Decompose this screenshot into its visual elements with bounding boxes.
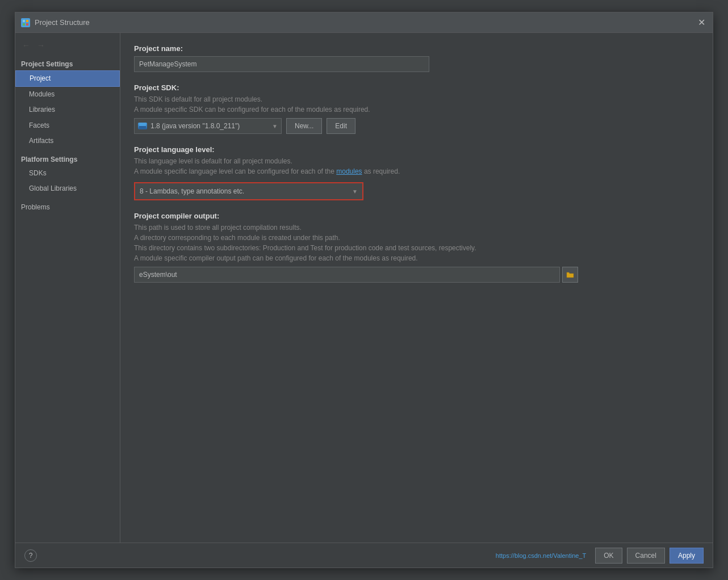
sidebar-item-artifacts[interactable]: Artifacts bbox=[15, 133, 120, 149]
footer-url: https://blog.csdn.net/Valentine_T bbox=[37, 552, 591, 559]
sdk-dropdown[interactable]: 1.8 (java version "1.8.0_211") ▼ bbox=[134, 118, 282, 134]
project-language-desc2: A module specific language level can be … bbox=[134, 167, 699, 175]
apply-button[interactable]: Apply bbox=[670, 548, 704, 564]
sidebar-item-problems[interactable]: Problems bbox=[15, 201, 120, 213]
sidebar-item-sdks[interactable]: SDKs bbox=[15, 166, 120, 181]
sdk-new-button[interactable]: New... bbox=[286, 118, 322, 134]
dialog-body: ← → Project Settings Project Modules Lib… bbox=[15, 33, 713, 543]
svg-rect-0 bbox=[23, 20, 25, 22]
project-compiler-desc3: This directory contains two subdirectori… bbox=[134, 244, 699, 252]
sidebar-item-global-libraries-label: Global Libraries bbox=[29, 184, 77, 192]
project-sdk-desc2: A module specific SDK can be configured … bbox=[134, 106, 699, 114]
sdk-icon bbox=[138, 123, 147, 129]
language-dropdown[interactable]: 8 - Lambdas, type annotations etc. ▼ bbox=[135, 183, 362, 199]
compiler-output-input[interactable] bbox=[134, 267, 560, 283]
project-structure-dialog: Project Structure ✕ ← → Project Settings… bbox=[15, 12, 713, 568]
sidebar-item-libraries-label: Libraries bbox=[29, 106, 55, 114]
forward-arrow[interactable]: → bbox=[35, 40, 47, 51]
svg-rect-3 bbox=[26, 23, 28, 26]
sdk-row: 1.8 (java version "1.8.0_211") ▼ New... … bbox=[134, 118, 699, 134]
sidebar-item-global-libraries[interactable]: Global Libraries bbox=[15, 181, 120, 196]
sidebar-item-problems-label: Problems bbox=[21, 203, 50, 211]
project-sdk-label: Project SDK: bbox=[134, 83, 699, 92]
sdk-selected-value: 1.8 (java version "1.8.0_211") bbox=[150, 122, 240, 130]
title-bar: Project Structure ✕ bbox=[15, 12, 713, 33]
project-settings-section-label: Project Settings bbox=[15, 58, 120, 70]
modules-link[interactable]: modules bbox=[336, 167, 362, 175]
help-button[interactable]: ? bbox=[24, 549, 37, 562]
project-compiler-label: Project compiler output: bbox=[134, 212, 699, 220]
project-name-input[interactable] bbox=[134, 56, 429, 72]
project-compiler-desc4: A module specific compiler output path c… bbox=[134, 254, 699, 262]
dialog-title: Project Structure bbox=[35, 18, 696, 27]
svg-rect-2 bbox=[23, 23, 25, 26]
sdk-edit-button[interactable]: Edit bbox=[327, 118, 355, 134]
nav-back-forward: ← → bbox=[15, 37, 120, 56]
svg-rect-4 bbox=[139, 123, 146, 126]
language-dropdown-wrapper: 8 - Lambdas, type annotations etc. ▼ bbox=[134, 182, 363, 200]
svg-rect-5 bbox=[139, 126, 146, 129]
sidebar-item-project-label: Project bbox=[30, 74, 51, 82]
sidebar: ← → Project Settings Project Modules Lib… bbox=[15, 33, 120, 543]
project-sdk-section: Project SDK: This SDK is default for all… bbox=[134, 83, 699, 134]
project-name-section: Project name: bbox=[134, 44, 699, 72]
svg-rect-1 bbox=[26, 20, 28, 22]
project-language-section: Project language level: This language le… bbox=[134, 145, 699, 200]
compiler-output-row bbox=[134, 267, 699, 283]
project-name-label: Project name: bbox=[134, 44, 699, 53]
browse-folder-button[interactable] bbox=[562, 267, 578, 283]
cancel-button[interactable]: Cancel bbox=[627, 548, 665, 564]
sidebar-item-libraries[interactable]: Libraries bbox=[15, 102, 120, 117]
close-button[interactable]: ✕ bbox=[696, 17, 707, 28]
main-content: Project name: Project SDK: This SDK is d… bbox=[120, 33, 713, 543]
language-level-selected-value: 8 - Lambdas, type annotations etc. bbox=[140, 187, 244, 195]
dialog-footer: ? https://blog.csdn.net/Valentine_T OK C… bbox=[15, 543, 713, 568]
sdk-dropdown-arrow-icon: ▼ bbox=[272, 123, 278, 129]
project-compiler-section: Project compiler output: This path is us… bbox=[134, 212, 699, 283]
app-icon bbox=[21, 18, 30, 27]
sidebar-item-artifacts-label: Artifacts bbox=[29, 137, 53, 145]
language-dropdown-arrow-icon: ▼ bbox=[352, 188, 358, 195]
sidebar-item-modules[interactable]: Modules bbox=[15, 87, 120, 102]
back-arrow[interactable]: ← bbox=[20, 40, 32, 51]
sidebar-item-facets[interactable]: Facets bbox=[15, 118, 120, 133]
ok-button[interactable]: OK bbox=[595, 548, 622, 564]
sidebar-item-sdks-label: SDKs bbox=[29, 169, 47, 177]
sidebar-item-project[interactable]: Project bbox=[15, 70, 120, 87]
project-compiler-desc2: A directory corresponding to each module… bbox=[134, 234, 699, 242]
project-language-label: Project language level: bbox=[134, 145, 699, 154]
sidebar-item-modules-label: Modules bbox=[29, 90, 55, 98]
project-language-desc1: This language level is default for all p… bbox=[134, 157, 699, 165]
project-sdk-desc1: This SDK is default for all project modu… bbox=[134, 95, 699, 103]
project-compiler-desc1: This path is used to store all project c… bbox=[134, 224, 699, 232]
sidebar-item-facets-label: Facets bbox=[29, 121, 49, 129]
platform-settings-section-label: Platform Settings bbox=[15, 153, 120, 166]
